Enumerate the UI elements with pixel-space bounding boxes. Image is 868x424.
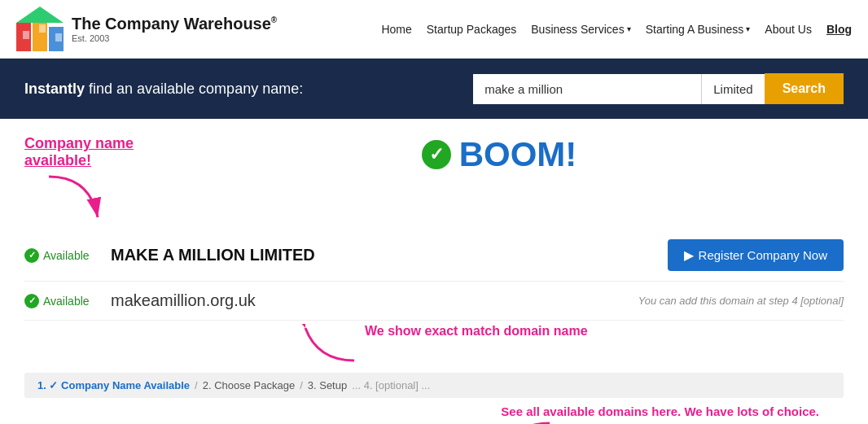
boom-label: BOOM! — [459, 135, 577, 174]
top-annotation-row: Company name available! ✓ BOOM! — [24, 135, 844, 225]
logo-area: The Company Warehouse® Est. 2003 — [16, 7, 277, 51]
search-suffix: Limited — [701, 74, 764, 104]
breadcrumb-sep3: ... 4. [optional] ... — [352, 379, 430, 391]
register-btn-label: Register Company Now — [699, 248, 827, 262]
search-bar: Instantly find an available company name… — [0, 59, 868, 119]
search-button[interactable]: Search — [765, 73, 844, 104]
svg-rect-5 — [39, 24, 46, 33]
company-available-label: Available — [43, 249, 90, 262]
search-label-rest: find an available company name: — [85, 81, 303, 97]
boom-section: ✓ BOOM! — [155, 135, 844, 174]
main-content: Company name available! ✓ BOOM! — [0, 119, 868, 424]
see-domains-annotation-row: See all available domains here. We have … — [24, 404, 844, 424]
logo-est: Est. 2003 — [72, 33, 277, 43]
logo-text: The Company Warehouse® Est. 2003 — [72, 15, 277, 43]
company-name-display: MAKE A MILLION LIMITED — [111, 246, 655, 264]
logo-name: The Company Warehouse® — [72, 15, 277, 33]
breadcrumb: 1. ✓ Company Name Available / 2. Choose … — [24, 373, 844, 398]
svg-marker-3 — [16, 7, 64, 23]
logo-icon — [16, 7, 65, 51]
show-domains-section: See all available domains here. We have … — [24, 404, 844, 424]
search-label-bold: Instantly — [24, 81, 85, 97]
domain-annotation-wrapper: We show exact match domain name — [24, 324, 844, 365]
nav-blog[interactable]: Blog — [826, 23, 852, 36]
company-check-icon: ✓ — [24, 248, 39, 263]
register-btn-icon: ▶ — [684, 247, 694, 263]
company-result-row: ✓ Available MAKE A MILLION LIMITED ▶ Reg… — [24, 229, 844, 282]
breadcrumb-step1: 1. ✓ Company Name Available — [37, 379, 190, 391]
nav-home[interactable]: Home — [381, 23, 411, 36]
domain-note: You can add this domain at step 4 [optio… — [638, 295, 844, 307]
search-input-group: Limited Search — [473, 73, 844, 104]
results-area: ✓ Available MAKE A MILLION LIMITED ▶ Reg… — [24, 229, 844, 365]
search-label: Instantly find an available company name… — [24, 81, 303, 98]
breadcrumb-step3: 3. Setup — [308, 379, 347, 391]
boom-text: ✓ BOOM! — [155, 135, 844, 174]
register-company-button[interactable]: ▶ Register Company Now — [668, 239, 844, 271]
company-available-badge: ✓ Available — [24, 248, 98, 263]
domain-available-label: Available — [43, 295, 90, 308]
see-domains-annotation-text: See all available domains here. We have … — [501, 404, 819, 418]
search-input[interactable] — [473, 74, 701, 104]
breadcrumb-step2: 2. Choose Package — [203, 379, 295, 391]
nav-about-us[interactable]: About Us — [765, 23, 812, 36]
domain-annotation-content: We show exact match domain name — [301, 324, 588, 365]
annotation-arrow-2 — [301, 324, 358, 365]
nav-starting-business[interactable]: Starting A Business ▾ — [646, 23, 751, 36]
boom-check-icon: ✓ — [422, 140, 451, 169]
svg-rect-6 — [55, 33, 62, 42]
nav-startup[interactable]: Startup Packages — [427, 23, 517, 36]
domain-match-annotation: We show exact match domain name — [365, 324, 588, 339]
svg-rect-4 — [23, 31, 29, 39]
breadcrumb-sep1: / — [195, 379, 198, 391]
annotation-arrow-1 — [41, 173, 106, 221]
nav-business-services[interactable]: Business Services ▾ — [531, 23, 630, 36]
starting-business-caret: ▾ — [746, 24, 750, 33]
annotation-arrow-3 — [501, 419, 566, 424]
annotation-available-area: Company name available! — [24, 135, 155, 225]
company-name-available-annotation: Company name available! — [24, 135, 155, 169]
breadcrumb-sep2: / — [300, 379, 303, 391]
domain-available-badge: ✓ Available — [24, 294, 98, 308]
domain-check-icon: ✓ — [24, 294, 39, 308]
page-header: The Company Warehouse® Est. 2003 Home St… — [0, 0, 868, 59]
main-nav: Home Startup Packages Business Services … — [381, 23, 852, 36]
see-domains-annotation-area: See all available domains here. We have … — [501, 404, 819, 424]
domain-result-row: ✓ Available makeamillion.org.uk You can … — [24, 282, 844, 321]
domain-name-display: makeamillion.org.uk — [111, 291, 625, 310]
business-services-caret: ▾ — [627, 24, 631, 33]
